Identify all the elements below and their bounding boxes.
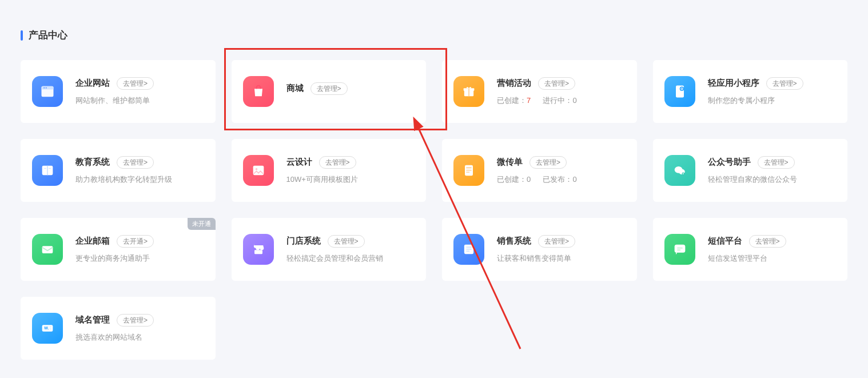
svg-rect-16 bbox=[466, 167, 471, 168]
svg-rect-28 bbox=[674, 245, 685, 253]
card-title: 域名管理 bbox=[75, 315, 110, 325]
card-title: 教育系统 bbox=[75, 157, 110, 168]
card-stats: 已创建：0 已发布：0 bbox=[497, 174, 624, 185]
manage-button[interactable]: 去管理> bbox=[749, 235, 786, 248]
card-stats: 已创建：7 进行中：0 bbox=[497, 96, 624, 106]
card-title: 微传单 bbox=[497, 157, 523, 168]
manage-button[interactable]: 去管理> bbox=[328, 235, 365, 248]
card-desc: 更专业的商务沟通助手 bbox=[75, 253, 203, 264]
card-enterprise-mail[interactable]: 未开通 企业邮箱 去开通> 更专业的商务沟通助手 bbox=[21, 218, 216, 281]
card-title: 企业网站 bbox=[75, 78, 110, 89]
stats-publish-label: 已发布： bbox=[543, 175, 572, 184]
title-bar bbox=[21, 30, 23, 41]
manage-button[interactable]: 去管理> bbox=[529, 156, 567, 169]
card-title: 公众号助手 bbox=[708, 157, 751, 168]
card-desc: 短信发送管理平台 bbox=[708, 253, 835, 264]
section-title-text: 产品中心 bbox=[29, 29, 67, 42]
card-marketing[interactable]: 营销活动 去管理> 已创建：7 进行中：0 bbox=[442, 60, 637, 123]
card-education[interactable]: 教育系统 去管理> 助力教培机构数字化转型升级 bbox=[21, 139, 216, 202]
card-desc: 制作您的专属小程序 bbox=[708, 96, 835, 106]
card-title: 门店系统 bbox=[286, 236, 321, 246]
card-title: 轻应用小程序 bbox=[708, 78, 759, 89]
activate-button[interactable]: 去开通> bbox=[117, 235, 154, 248]
manage-button[interactable]: 去管理> bbox=[117, 314, 154, 327]
manage-button[interactable]: 去管理> bbox=[310, 82, 348, 96]
card-mall[interactable]: 商城 去管理> bbox=[232, 60, 427, 123]
svg-rect-22 bbox=[42, 246, 53, 253]
card-flyer[interactable]: 微传单 去管理> 已创建：0 已发布：0 bbox=[442, 139, 637, 202]
card-desc: 挑选喜欢的网站域名 bbox=[75, 332, 203, 343]
miniprogram-icon bbox=[664, 76, 695, 107]
website-icon bbox=[32, 76, 63, 107]
manage-button[interactable]: 去管理> bbox=[117, 156, 154, 169]
shopping-bag-icon bbox=[243, 76, 274, 107]
card-desc: 轻松管理自家的微信公众号 bbox=[708, 174, 835, 185]
card-title: 销售系统 bbox=[497, 236, 531, 246]
card-title: 商城 bbox=[286, 83, 304, 94]
card-store-system[interactable]: 门店系统 去管理> 轻松搞定会员管理和会员营销 bbox=[232, 218, 427, 281]
card-desc: 轻松搞定会员管理和会员营销 bbox=[286, 253, 414, 264]
card-wechat-assistant[interactable]: 公众号助手 去管理> 轻松管理自家的微信公众号 bbox=[653, 139, 848, 202]
card-miniprogram[interactable]: 轻应用小程序 去管理> 制作您的专属小程序 bbox=[653, 60, 848, 123]
gift-icon bbox=[453, 76, 484, 107]
card-desc: 让获客和销售变得简单 bbox=[497, 253, 624, 264]
card-cloud-design[interactable]: 云设计 去管理> 10W+可商用模板图片 bbox=[232, 139, 427, 202]
stats-created-value: 7 bbox=[527, 96, 531, 105]
stats-created-label: 已创建： bbox=[497, 96, 527, 105]
image-icon bbox=[243, 155, 274, 186]
manage-button[interactable]: 去管理> bbox=[319, 156, 356, 169]
svg-rect-18 bbox=[466, 172, 469, 173]
svg-rect-6 bbox=[468, 88, 469, 96]
not-activated-badge: 未开通 bbox=[188, 218, 216, 230]
stats-created-value: 0 bbox=[527, 175, 531, 184]
svg-point-14 bbox=[255, 168, 257, 170]
svg-rect-23 bbox=[254, 250, 262, 254]
stats-created-label: 已创建： bbox=[497, 175, 527, 184]
message-icon bbox=[664, 234, 695, 265]
store-icon bbox=[243, 234, 274, 265]
card-domain-management[interactable]: W. 域名管理 去管理> 挑选喜欢的网站域名 bbox=[21, 297, 216, 360]
stats-running-label: 进行中： bbox=[543, 96, 572, 105]
svg-rect-1 bbox=[42, 86, 54, 90]
svg-rect-17 bbox=[466, 170, 471, 171]
card-title: 云设计 bbox=[286, 157, 312, 168]
manage-button[interactable]: 去管理> bbox=[117, 77, 154, 90]
flyer-icon bbox=[453, 155, 484, 186]
card-title: 营销活动 bbox=[497, 78, 531, 89]
manage-button[interactable]: 去管理> bbox=[766, 77, 803, 90]
manage-button[interactable]: 去管理> bbox=[758, 156, 795, 169]
card-desc: 网站制作、维护都简单 bbox=[75, 96, 203, 106]
book-icon bbox=[32, 155, 63, 186]
card-desc: 助力教培机构数字化转型升级 bbox=[75, 174, 203, 185]
svg-rect-26 bbox=[466, 249, 471, 250]
manage-button[interactable]: 去管理> bbox=[538, 235, 575, 248]
list-icon bbox=[453, 234, 484, 265]
card-title: 短信平台 bbox=[708, 236, 742, 246]
mail-icon bbox=[32, 234, 63, 265]
card-sms-platform[interactable]: 短信平台 去管理> 短信发送管理平台 bbox=[653, 218, 848, 281]
manage-button[interactable]: 去管理> bbox=[538, 77, 575, 90]
svg-rect-27 bbox=[466, 250, 469, 252]
stats-publish-value: 0 bbox=[572, 175, 576, 184]
card-enterprise-website[interactable]: 企业网站 去管理> 网站制作、维护都简单 bbox=[21, 60, 216, 123]
svg-point-2 bbox=[43, 87, 45, 89]
domain-icon: W. bbox=[32, 313, 63, 344]
card-desc: 10W+可商用模板图片 bbox=[286, 174, 414, 185]
svg-point-8 bbox=[679, 87, 683, 91]
svg-point-3 bbox=[46, 87, 47, 89]
card-title: 企业邮箱 bbox=[75, 236, 110, 246]
svg-text:W.: W. bbox=[44, 326, 49, 330]
svg-rect-25 bbox=[466, 246, 471, 248]
section-title: 产品中心 bbox=[21, 29, 847, 42]
wechat-icon bbox=[664, 155, 695, 186]
card-sales-system[interactable]: 销售系统 去管理> 让获客和销售变得简单 bbox=[442, 218, 637, 281]
stats-running-value: 0 bbox=[572, 96, 576, 105]
